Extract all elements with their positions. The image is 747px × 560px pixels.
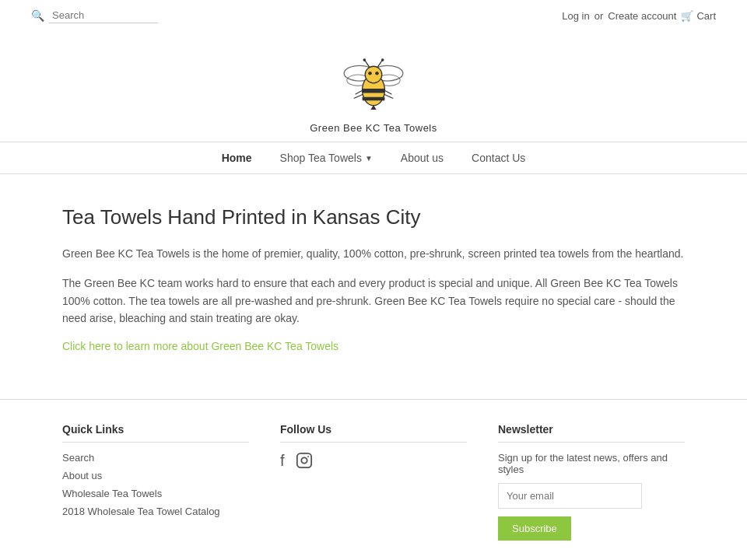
- nav-home-label: Home: [222, 152, 252, 164]
- logo-brand-name: Green Bee KC Tea Towels: [31, 122, 716, 134]
- search-icon: 🔍: [31, 9, 44, 22]
- svg-line-16: [354, 94, 363, 98]
- page-title: Tea Towels Hand Printed in Kansas City: [62, 205, 685, 229]
- nav-item-about[interactable]: About us: [387, 142, 458, 173]
- nav-shop-label: Shop Tea Towels: [280, 152, 362, 164]
- or-separator: or: [594, 10, 604, 22]
- svg-point-11: [363, 58, 366, 61]
- top-bar: 🔍 Log in or Create account 🛒 Cart: [0, 0, 747, 31]
- login-link[interactable]: Log in: [562, 10, 589, 22]
- email-input[interactable]: [498, 483, 642, 509]
- follow-us-heading: Follow Us: [280, 423, 467, 443]
- instagram-icon[interactable]: [296, 452, 313, 473]
- newsletter-description: Sign up for the latest news, offers and …: [498, 452, 685, 475]
- cart-label: Cart: [696, 10, 716, 22]
- svg-line-18: [384, 94, 394, 98]
- auth-area: Log in or Create account 🛒 Cart: [562, 10, 716, 22]
- footer: Quick Links Search About us Wholesale Te…: [0, 399, 747, 560]
- main-content: Tea Towels Hand Printed in Kansas City G…: [0, 174, 747, 399]
- chevron-down-icon: ▼: [365, 154, 373, 163]
- svg-point-21: [307, 456, 309, 457]
- quick-links-heading: Quick Links: [62, 423, 249, 443]
- svg-point-20: [301, 457, 307, 463]
- svg-point-8: [368, 72, 372, 75]
- svg-rect-19: [296, 453, 310, 467]
- newsletter-heading: Newsletter: [498, 423, 685, 443]
- nav-item-home[interactable]: Home: [208, 142, 266, 173]
- nav-item-shop[interactable]: Shop Tea Towels ▼: [266, 142, 387, 173]
- create-account-link[interactable]: Create account: [608, 10, 676, 22]
- nav-contact-label: Contact Us: [472, 152, 525, 164]
- footer-follow-us: Follow Us f: [280, 423, 467, 541]
- nav-bar: Home Shop Tea Towels ▼ About us Contact …: [0, 142, 747, 174]
- svg-point-7: [365, 66, 382, 83]
- footer-link-catalog[interactable]: 2018 Wholesale Tea Towel Catalog: [62, 506, 249, 517]
- search-area: 🔍: [31, 8, 158, 23]
- nav-item-contact[interactable]: Contact Us: [458, 142, 539, 173]
- facebook-icon[interactable]: f: [280, 452, 285, 473]
- svg-point-13: [381, 58, 384, 61]
- cart-icon: 🛒: [681, 10, 693, 22]
- bee-logo-image: [338, 47, 409, 117]
- search-input[interactable]: [49, 8, 158, 23]
- social-icons: f: [280, 452, 467, 473]
- footer-link-search[interactable]: Search: [62, 452, 249, 464]
- learn-more-link[interactable]: Click here to learn more about Green Bee…: [62, 340, 338, 352]
- svg-line-15: [356, 90, 363, 94]
- intro-paragraph-1: Green Bee KC Tea Towels is the home of p…: [62, 245, 685, 262]
- intro-paragraph-2: The Green Bee KC team works hard to ensu…: [62, 275, 685, 327]
- footer-quick-links: Quick Links Search About us Wholesale Te…: [62, 423, 249, 541]
- footer-newsletter: Newsletter Sign up for the latest news, …: [498, 423, 685, 541]
- cart-area[interactable]: 🛒 Cart: [681, 10, 716, 22]
- subscribe-button[interactable]: Subscribe: [498, 516, 571, 541]
- footer-link-about[interactable]: About us: [62, 470, 249, 481]
- logo-section: Green Bee KC Tea Towels: [0, 31, 747, 142]
- svg-rect-5: [363, 89, 385, 93]
- nav-about-label: About us: [401, 152, 444, 164]
- svg-point-9: [375, 72, 379, 75]
- svg-line-17: [384, 90, 392, 94]
- svg-rect-6: [363, 97, 385, 101]
- footer-link-wholesale[interactable]: Wholesale Tea Towels: [62, 488, 249, 499]
